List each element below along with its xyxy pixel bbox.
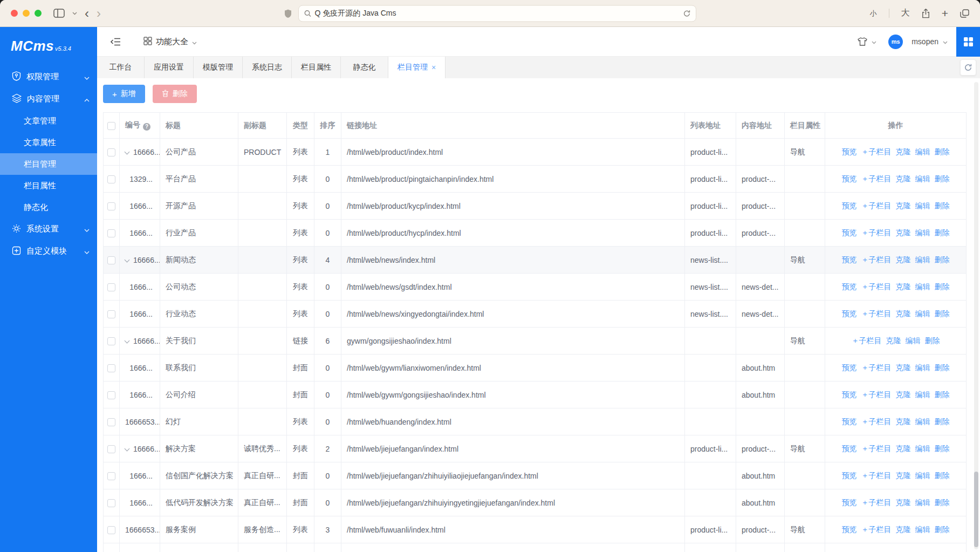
tab-overview-icon[interactable]	[960, 9, 969, 18]
action-add-child-column[interactable]: ＋子栏目	[861, 363, 892, 372]
tab-workbench[interactable]: 工作台	[97, 57, 145, 78]
sidebar-item-column-attributes[interactable]: 栏目属性	[0, 175, 97, 196]
collapse-menu-icon[interactable]	[111, 38, 121, 46]
action-preview[interactable]: 预览	[842, 363, 857, 372]
tab-static[interactable]: 静态化	[341, 57, 388, 78]
action-edit[interactable]: 编辑	[915, 309, 930, 318]
expand-chevron-icon[interactable]	[125, 257, 130, 262]
chevron-down-icon[interactable]	[943, 37, 948, 46]
action-add-child-column[interactable]: ＋子栏目	[861, 444, 892, 453]
scrollbar-thumb[interactable]	[974, 472, 978, 547]
sidebar-item-column-management[interactable]: 栏目管理	[0, 153, 97, 175]
sidebar-chevron-icon[interactable]	[72, 12, 77, 15]
action-preview[interactable]: 预览	[842, 309, 857, 318]
action-preview[interactable]: 预览	[842, 417, 857, 426]
action-clone[interactable]: 克隆	[896, 255, 911, 264]
action-preview[interactable]: 预览	[842, 147, 857, 156]
action-clone[interactable]: 克隆	[896, 228, 911, 237]
action-edit[interactable]: 编辑	[915, 363, 930, 372]
row-checkbox[interactable]	[107, 337, 115, 345]
help-icon[interactable]: ?	[143, 123, 150, 131]
action-delete[interactable]: 删除	[935, 363, 950, 372]
action-edit[interactable]: 编辑	[915, 498, 930, 507]
action-preview[interactable]: 预览	[842, 282, 857, 291]
action-clone[interactable]: 克隆	[896, 147, 911, 156]
row-checkbox[interactable]	[107, 445, 115, 453]
action-delete[interactable]: 删除	[935, 498, 950, 507]
sidebar-item-permissions[interactable]: 权限管理	[0, 66, 97, 88]
action-clone[interactable]: 克隆	[896, 444, 911, 453]
text-smaller-button[interactable]: 小	[870, 9, 877, 18]
action-edit[interactable]: 编辑	[915, 444, 930, 453]
action-edit[interactable]: 编辑	[915, 390, 930, 399]
row-checkbox[interactable]	[107, 148, 115, 156]
user-avatar[interactable]: ms	[888, 35, 903, 49]
action-delete[interactable]: 删除	[935, 255, 950, 264]
address-bar[interactable]: Q 免疫开源的 Java Cms	[298, 5, 696, 22]
action-add-child-column[interactable]: ＋子栏目	[861, 255, 892, 264]
browser-sidebar-icon[interactable]	[53, 9, 65, 18]
action-preview[interactable]: 预览	[842, 255, 857, 264]
zoom-window-button[interactable]	[35, 10, 42, 17]
sidebar-item-article-management[interactable]: 文章管理	[0, 110, 97, 132]
expand-chevron-icon[interactable]	[125, 338, 130, 343]
action-delete[interactable]: 删除	[935, 309, 950, 318]
action-add-child-column[interactable]: ＋子栏目	[861, 309, 892, 318]
action-delete[interactable]: 删除	[935, 471, 950, 480]
action-edit[interactable]: 编辑	[915, 201, 930, 210]
expand-chevron-icon[interactable]	[125, 149, 130, 154]
row-checkbox[interactable]	[107, 526, 115, 534]
minimize-window-button[interactable]	[23, 10, 30, 17]
action-delete[interactable]: 删除	[935, 390, 950, 399]
row-checkbox[interactable]	[107, 391, 115, 399]
action-preview[interactable]: 预览	[842, 228, 857, 237]
action-delete[interactable]: 删除	[935, 444, 950, 453]
action-clone[interactable]: 克隆	[896, 390, 911, 399]
action-preview[interactable]: 预览	[842, 201, 857, 210]
reload-icon[interactable]	[683, 10, 690, 17]
action-clone[interactable]: 克隆	[896, 417, 911, 426]
action-clone[interactable]: 克隆	[896, 498, 911, 507]
new-tab-button[interactable]: +	[942, 7, 948, 20]
row-checkbox[interactable]	[107, 499, 115, 507]
action-add-child-column[interactable]: ＋子栏目	[861, 498, 892, 507]
action-add-child-column[interactable]: ＋子栏目	[861, 201, 892, 210]
text-larger-button[interactable]: 大	[901, 8, 910, 19]
row-checkbox[interactable]	[107, 229, 115, 237]
row-checkbox[interactable]	[107, 364, 115, 372]
action-clone[interactable]: 克隆	[896, 201, 911, 210]
sidebar-item-article-attributes[interactable]: 文章属性	[0, 132, 97, 153]
action-clone[interactable]: 克隆	[896, 174, 911, 183]
sidebar-item-content[interactable]: 内容管理	[0, 88, 97, 110]
action-add-child-column[interactable]: ＋子栏目	[861, 471, 892, 480]
action-add-child-column[interactable]: ＋子栏目	[861, 390, 892, 399]
share-icon[interactable]	[922, 9, 930, 18]
action-add-child-column[interactable]: ＋子栏目	[861, 147, 892, 156]
action-add-child-column[interactable]: ＋子栏目	[861, 525, 892, 534]
expand-chevron-icon[interactable]	[125, 446, 130, 451]
close-window-button[interactable]	[11, 10, 18, 17]
delete-button[interactable]: 删除	[153, 85, 197, 103]
apps-grid-button[interactable]	[956, 27, 980, 57]
tab-app-settings[interactable]: 应用设置	[145, 57, 194, 78]
action-preview[interactable]: 预览	[842, 525, 857, 534]
action-clone[interactable]: 克隆	[886, 336, 901, 345]
action-edit[interactable]: 编辑	[915, 525, 930, 534]
tab-column-management[interactable]: 栏目管理 ×	[388, 57, 446, 78]
privacy-shield-icon[interactable]	[284, 9, 292, 18]
action-preview[interactable]: 预览	[842, 444, 857, 453]
action-edit[interactable]: 编辑	[915, 282, 930, 291]
action-edit[interactable]: 编辑	[915, 255, 930, 264]
action-clone[interactable]: 克隆	[896, 525, 911, 534]
tab-close-icon[interactable]: ×	[431, 64, 436, 71]
action-delete[interactable]: 删除	[935, 201, 950, 210]
sidebar-item-custom-modules[interactable]: 自定义模块	[0, 240, 97, 262]
action-clone[interactable]: 克隆	[896, 363, 911, 372]
row-checkbox[interactable]	[107, 256, 115, 264]
row-checkbox[interactable]	[107, 283, 115, 291]
action-delete[interactable]: 删除	[935, 282, 950, 291]
theme-icon[interactable]	[858, 37, 867, 46]
scrollbar[interactable]	[974, 82, 978, 549]
action-delete[interactable]: 删除	[935, 417, 950, 426]
action-edit[interactable]: 编辑	[915, 417, 930, 426]
